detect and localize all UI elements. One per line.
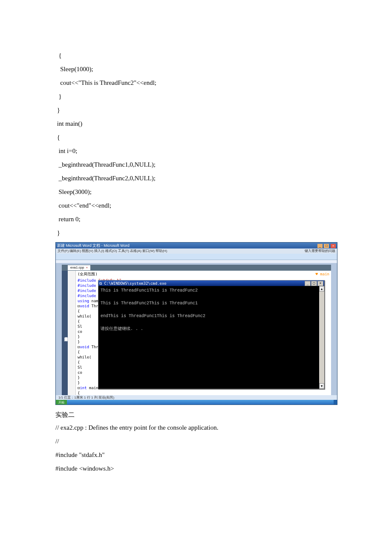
code-line: int i=0;	[55, 146, 337, 156]
maximize-icon[interactable]: □	[324, 244, 329, 248]
code-line: cout<<"This is ThreadFunc2"<<endl;	[55, 78, 337, 88]
code-line: {	[55, 132, 337, 142]
word-menubar[interactable]: 文件(F) 编辑(E) 视图(V) 插入(I) 格式(O) 工具(T) 表格(A…	[56, 249, 337, 254]
code-block-top: { Sleep(1000); cout<<"This is ThreadFunc…	[55, 50, 337, 238]
code-line: Sleep(1000);	[55, 64, 337, 74]
code-line: cout<<"end"<<endl;	[55, 200, 337, 211]
word-titlebar: 新建 Microsoft Word 文档 - Microsoft Word _ …	[56, 243, 337, 249]
code-line: #include <windows.h>	[55, 463, 337, 474]
word-content-area: exa1.cpp × 服务器资源管理器 工具箱 (全局范围) ♥ main #i…	[56, 263, 337, 395]
scroll-up-icon[interactable]: ▲	[319, 286, 324, 292]
code-line: _beginthread(ThreadFunc1,0,NULL);	[55, 159, 337, 170]
code-line: int main()	[55, 119, 337, 129]
code-line: // exa2.cpp : Defines the entry point fo…	[55, 422, 337, 433]
word-menu-items[interactable]: 文件(F) 编辑(E) 视图(V) 插入(I) 格式(O) 工具(T) 表格(A…	[58, 249, 167, 254]
minimize-icon[interactable]: _	[305, 281, 311, 286]
cmd-title: ⧉ C:\WINDOWS\system32\cmd.exe	[99, 281, 167, 286]
code-line: Sleep(3000);	[55, 187, 337, 197]
minimize-icon[interactable]: _	[317, 244, 323, 248]
scroll-down-icon[interactable]: ▼	[319, 383, 324, 389]
vs-tab-label: exa1.cpp	[70, 265, 84, 270]
code-block-bottom: // exa2.cpp : Defines the entry point fo…	[55, 422, 337, 474]
maximize-icon[interactable]: □	[311, 281, 317, 286]
word-title: 新建 Microsoft Word 文档 - Microsoft Word	[57, 243, 130, 249]
close-icon[interactable]: ×	[331, 244, 336, 248]
cmd-icon: ⧉	[99, 281, 102, 286]
word-toolbar[interactable]	[56, 254, 337, 260]
cmd-scrollbar[interactable]: ▲ ▼	[319, 286, 324, 389]
vs-editor: 服务器资源管理器 工具箱 (全局范围) ♥ main #include "std…	[62, 271, 331, 399]
vs-tabstrip: exa1.cpp ×	[62, 265, 331, 271]
cmd-window-controls: _ □ ×	[304, 281, 323, 286]
vs-scope-dropdown[interactable]: (全局范围) ♥ main	[78, 272, 329, 277]
code-line: #include "stdafx.h"	[55, 450, 337, 460]
code-line: _beginthread(ThreadFunc2,0,NULL);	[55, 173, 337, 183]
vs-code-area[interactable]: (全局范围) ♥ main #include "stdafx.h"#includ…	[76, 271, 331, 399]
vs-gutter	[68, 271, 76, 399]
cmd-titlebar: ⧉ C:\WINDOWS\system32\cmd.exe _ □ ×	[98, 280, 324, 286]
word-window-controls: _ □ ×	[317, 243, 336, 248]
cmd-output: This is ThreadFunc1This is ThreadFunc2 T…	[98, 286, 324, 333]
start-button[interactable]: 开始	[56, 400, 67, 405]
word-help-hint: 键入需要帮助的问题	[305, 249, 335, 254]
code-line: }	[55, 105, 337, 115]
code-line: {	[55, 50, 337, 61]
windows-taskbar: 开始	[56, 400, 337, 405]
system-tray[interactable]	[334, 400, 337, 405]
code-line: }	[55, 91, 337, 101]
cmd-window: ⧉ C:\WINDOWS\system32\cmd.exe _ □ × This…	[98, 280, 325, 389]
embedded-screenshot: 新建 Microsoft Word 文档 - Microsoft Word _ …	[55, 242, 337, 405]
code-line: }	[55, 228, 337, 238]
vs-sidebar[interactable]: 服务器资源管理器 工具箱	[62, 271, 68, 399]
code-line: //	[55, 436, 337, 446]
section-heading: 实验二	[55, 411, 337, 419]
close-icon[interactable]: ×	[317, 281, 323, 286]
vs-tab-exa1[interactable]: exa1.cpp ×	[68, 265, 90, 270]
close-tab-icon[interactable]: ×	[86, 265, 88, 270]
code-line: return 0;	[55, 214, 337, 224]
